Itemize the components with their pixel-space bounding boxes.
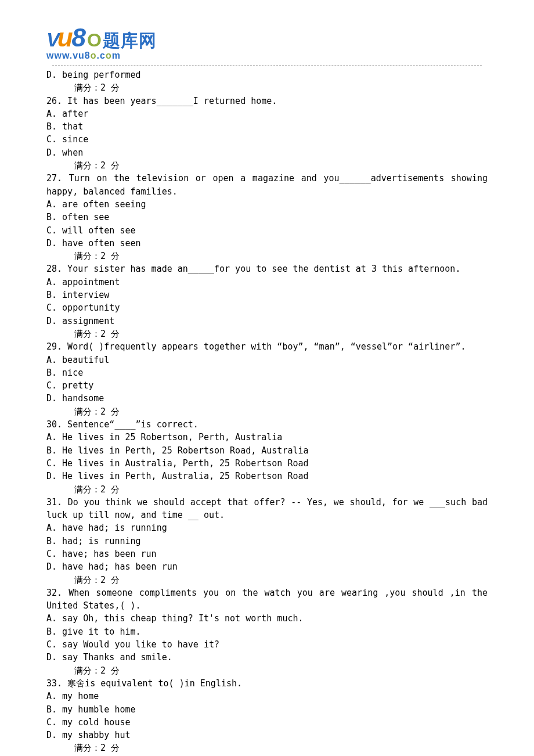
- question-28: 28. Your sister has made an_____for you …: [46, 262, 488, 275]
- question-text: When someone compliments you on the watc…: [46, 588, 488, 611]
- logo-url-segment: m: [112, 51, 121, 60]
- logo-8-digit: 8: [72, 23, 86, 52]
- score-line: 满分：2 分: [46, 250, 488, 262]
- option-d: D. when: [46, 146, 488, 159]
- option-d: D. He lives in Perth, Australia, 25 Robe…: [46, 470, 488, 483]
- question-29: 29. Word( )frequently appears together w…: [46, 340, 488, 353]
- option-b: B. interview: [46, 289, 488, 301]
- score-line: 满分：2 分: [46, 483, 488, 496]
- option-b: B. nice: [46, 366, 488, 379]
- score-line: 满分：2 分: [46, 405, 488, 418]
- document-page: V u 8 O 题库网 www.vu8o.com D. being perfor…: [0, 0, 534, 756]
- logo-url: www.vu8o.com: [46, 51, 488, 61]
- logo-o-letter: O: [87, 30, 102, 51]
- option-d: D. handsome: [46, 392, 488, 405]
- option-d: D. my shabby hut: [46, 729, 488, 741]
- logo-url-o: o: [91, 51, 97, 60]
- option-c: C. opportunity: [46, 301, 488, 314]
- option-b: B. often see: [46, 211, 488, 224]
- question-number: 29.: [46, 341, 62, 352]
- score-line: 满分：2 分: [46, 159, 488, 172]
- logo-u-letter: u: [57, 23, 73, 52]
- logo-url-o: o: [106, 51, 112, 60]
- option-b: B. had; is running: [46, 535, 488, 548]
- option-c: C. pretty: [46, 379, 488, 392]
- question-number: 27.: [46, 173, 62, 183]
- option-a: A. have had; is running: [46, 521, 488, 534]
- logo-brand-row: V u 8 O 题库网: [46, 23, 488, 53]
- option-a: A. He lives in 25 Robertson, Perth, Aust…: [46, 431, 488, 444]
- question-33: 33. 寒舍is equivalent to( )in English.: [46, 677, 488, 690]
- score-line: 满分：2 分: [46, 327, 488, 340]
- score-line: 满分：2 分: [46, 81, 488, 94]
- option-b: B. that: [46, 120, 488, 133]
- question-number: 30.: [46, 419, 62, 430]
- option-a: A. beautiful: [46, 354, 488, 366]
- question-text: Do you think we should accept that offer…: [46, 497, 488, 520]
- option-c: C. have; has been run: [46, 548, 488, 560]
- option-b: B. give it to him.: [46, 625, 488, 638]
- question-number: 32.: [46, 588, 62, 598]
- question-text: It has been years_______I returned home.: [62, 96, 277, 106]
- question-27: 27. Turn on the television or open a mag…: [46, 172, 488, 198]
- divider-line: [52, 66, 482, 66]
- question-text: Turn on the television or open a magazin…: [46, 173, 488, 196]
- option-c: C. He lives in Australia, Perth, 25 Robe…: [46, 457, 488, 470]
- question-26: 26. It has been years_______I returned h…: [46, 95, 488, 107]
- question-number: 26.: [46, 96, 62, 106]
- option-c: C. since: [46, 133, 488, 146]
- option-d: D. assignment: [46, 315, 488, 327]
- question-30: 30. Sentence“____”is correct.: [46, 418, 488, 431]
- question-text: Word( )frequently appears together with …: [62, 341, 466, 352]
- score-line: 满分：2 分: [46, 664, 488, 677]
- option-c: C. my cold house: [46, 716, 488, 729]
- question-number: 31.: [46, 497, 62, 507]
- option-c: C. say Would you like to have it?: [46, 638, 488, 651]
- question-31: 31. Do you think we should accept that o…: [46, 496, 488, 522]
- option-d-continued: D. being performed: [46, 69, 488, 81]
- site-logo: V u 8 O 题库网 www.vu8o.com: [46, 23, 488, 61]
- option-c: C. will often see: [46, 224, 488, 237]
- logo-url-segment: .c: [97, 51, 106, 60]
- question-number: 28.: [46, 264, 62, 274]
- option-d: D. have had; has been run: [46, 560, 488, 573]
- question-text: Your sister has made an_____for you to s…: [62, 264, 460, 274]
- question-text: 寒舍is equivalent to( )in English.: [62, 678, 242, 689]
- logo-url-segment: www.vu8: [46, 51, 91, 60]
- option-a: A. appointment: [46, 276, 488, 289]
- option-d: D. have often seen: [46, 237, 488, 250]
- question-32: 32. When someone compliments you on the …: [46, 586, 488, 613]
- question-text: Sentence“____”is correct.: [62, 419, 199, 430]
- option-a: A. are often seeing: [46, 198, 488, 211]
- option-b: B. my humble home: [46, 703, 488, 716]
- score-line: 满分：2 分: [46, 574, 488, 586]
- score-line: 满分：2 分: [46, 741, 488, 754]
- option-b: B. He lives in Perth, 25 Robertson Road,…: [46, 444, 488, 457]
- content-body: D. being performed 满分：2 分 26. It has bee…: [46, 69, 488, 755]
- logo-chinese-text: 题库网: [103, 29, 157, 53]
- option-a: A. my home: [46, 690, 488, 703]
- option-a: A. after: [46, 107, 488, 120]
- option-d: D. say Thanks and smile.: [46, 651, 488, 664]
- question-number: 33.: [46, 678, 62, 689]
- option-a: A. say Oh, this cheap thing? It's not wo…: [46, 612, 488, 625]
